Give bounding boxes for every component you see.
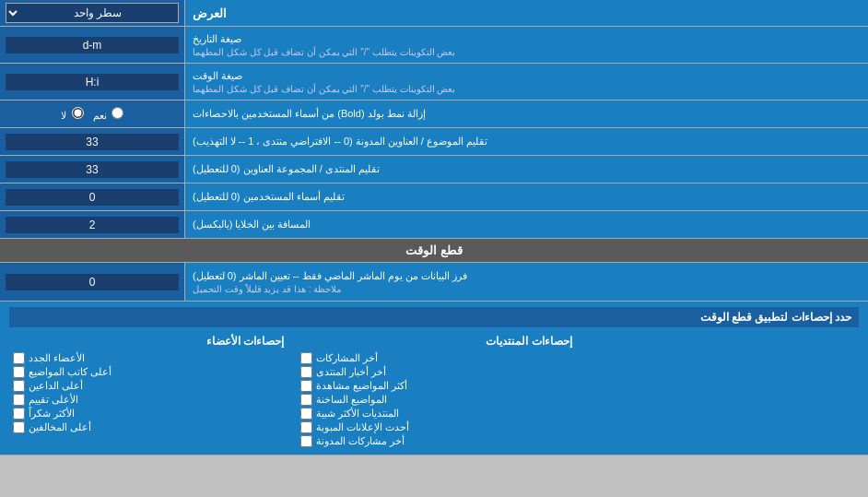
member-stat-item-3: الأعلى تقييم [13, 394, 284, 406]
cell-gap-row: المسافة بين الخلايا (بالبكسل) [0, 211, 868, 239]
forum-stat-item-1: أخر أخبار المنتدى [300, 366, 571, 378]
forum-stats-col: إحصاءات المنتديات أخر المشاركات أخر أخبا… [297, 333, 575, 449]
member-stat-checkbox-2[interactable] [13, 380, 25, 392]
cutoff-input-container [0, 263, 184, 301]
date-format-label: صيغة التاريخ بعض التكوينات يتطلب "/" الت… [184, 27, 868, 63]
topic-title-row: تقليم الموضوع / العناوين المدونة (0 -- ا… [0, 128, 868, 156]
time-format-row: صيغة الوقت بعض التكوينات يتطلب "/" التي … [0, 64, 868, 101]
forum-title-label: تقليم المنتدى / المجموعة العناوين (0 للت… [184, 156, 868, 183]
forum-stat-checkbox-3[interactable] [300, 394, 312, 406]
time-format-input[interactable] [6, 74, 179, 90]
member-stat-checkbox-4[interactable] [13, 408, 25, 420]
stats-area: حدد إحصاءات لتطبيق قطع الوقت إحصاءات الم… [0, 302, 868, 456]
forum-stat-item-2: أكثر المواضيع مشاهدة [300, 380, 571, 392]
cutoff-section-header: قطع الوقت [0, 239, 868, 263]
bold-no-label: لا [61, 107, 83, 122]
bold-remove-row: إزالة نمط بولد (Bold) من أسماء المستخدمي… [0, 101, 868, 128]
forum-stat-checkbox-6[interactable] [300, 435, 312, 447]
cutoff-label: فرز البيانات من يوم الماشر الماضي فقط --… [184, 263, 868, 301]
forum-title-input[interactable] [6, 161, 179, 178]
bold-yes-radio[interactable] [111, 107, 123, 119]
member-stat-item-1: أعلى كاتب المواضيع [13, 366, 284, 378]
bold-no-radio[interactable] [72, 107, 84, 119]
cell-gap-input[interactable] [6, 217, 179, 233]
topic-title-label: تقليم الموضوع / العناوين المدونة (0 -- ا… [184, 128, 868, 155]
bold-remove-label: إزالة نمط بولد (Bold) من أسماء المستخدمي… [184, 101, 868, 127]
forum-stat-checkbox-5[interactable] [300, 421, 312, 433]
member-stat-checkbox-1[interactable] [13, 366, 25, 378]
topic-title-input[interactable] [6, 134, 179, 150]
member-stat-checkbox-0[interactable] [13, 352, 25, 364]
forum-stat-item-5: أحدث الإعلانات المبوبة [300, 421, 571, 433]
member-stat-item-4: الأكثر شكراً [13, 408, 284, 420]
display-dropdown[interactable]: سطر واحد سطرين ثلاثة أسطر [6, 3, 179, 23]
username-trim-input-container [0, 183, 184, 210]
forum-stats-header: إحصاءات المنتديات [300, 335, 571, 348]
topic-title-input-container [0, 128, 184, 155]
forum-stat-item-0: أخر المشاركات [300, 352, 571, 364]
forum-title-row: تقليم المنتدى / المجموعة العناوين (0 للت… [0, 156, 868, 183]
member-stats-col: إحصاءات الأعضاء الأعضاء الجدد أعلى كاتب … [9, 333, 287, 449]
username-trim-label: تقليم أسماء المستخدمين (0 للتعطيل) [184, 183, 868, 210]
member-stat-item-5: أعلى المخالفين [13, 421, 284, 433]
member-stat-checkbox-3[interactable] [13, 394, 25, 406]
forum-stat-checkbox-2[interactable] [300, 380, 312, 392]
member-stat-item-0: الأعضاء الجدد [13, 352, 284, 364]
forum-stat-item-6: أخر مشاركات المدونة [300, 435, 571, 447]
cell-gap-input-container [0, 211, 184, 238]
bold-remove-radio-container: نعم لا [0, 101, 184, 127]
time-format-input-container [0, 64, 184, 100]
time-format-label: صيغة الوقت بعض التكوينات يتطلب "/" التي … [184, 64, 868, 100]
member-stats-header: إحصاءات الأعضاء [13, 335, 284, 348]
cutoff-row: فرز البيانات من يوم الماشر الماضي فقط --… [0, 263, 868, 302]
date-format-input[interactable] [6, 37, 179, 53]
display-label: العرض [184, 0, 868, 26]
forum-stat-checkbox-4[interactable] [300, 408, 312, 420]
date-format-row: صيغة التاريخ بعض التكوينات يتطلب "/" الت… [0, 27, 868, 64]
cell-gap-label: المسافة بين الخلايا (بالبكسل) [184, 211, 868, 238]
username-trim-input[interactable] [6, 189, 179, 206]
forum-stat-checkbox-0[interactable] [300, 352, 312, 364]
member-stat-item-2: أعلى الداعين [13, 380, 284, 392]
forum-stat-item-4: المنتديات الأكثر شبية [300, 408, 571, 420]
cutoff-input[interactable] [6, 274, 179, 290]
stats-section-label: حدد إحصاءات لتطبيق قطع الوقت [9, 307, 859, 327]
member-stat-checkbox-5[interactable] [13, 421, 25, 433]
bold-yes-label: نعم [93, 107, 123, 122]
forum-stat-item-3: المواضيع الساخنة [300, 394, 571, 406]
date-format-input-container [0, 27, 184, 63]
username-trim-row: تقليم أسماء المستخدمين (0 للتعطيل) [0, 183, 868, 211]
forum-title-input-container [0, 156, 184, 183]
forum-stat-checkbox-1[interactable] [300, 366, 312, 378]
